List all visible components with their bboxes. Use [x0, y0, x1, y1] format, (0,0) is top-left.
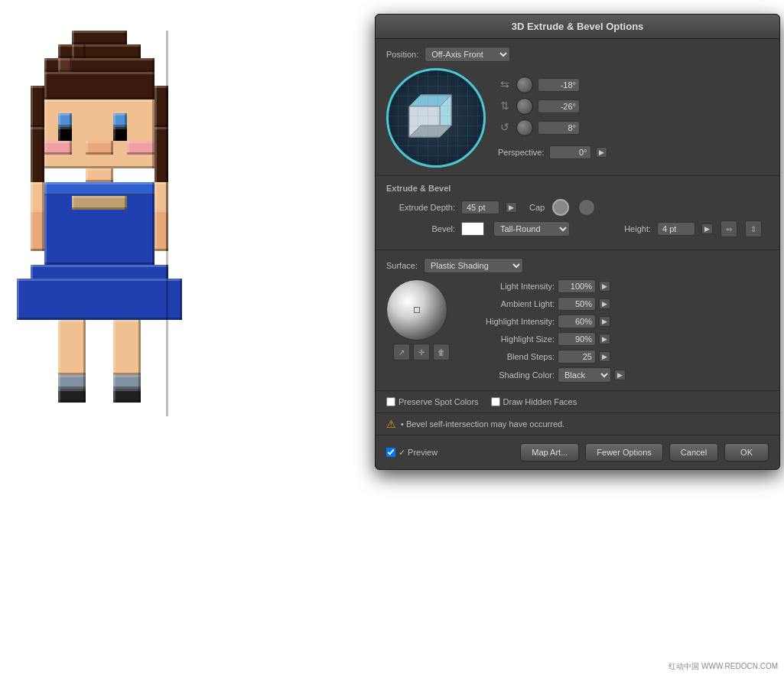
extrude-bevel-label: Extrude & Bevel	[386, 184, 769, 193]
perspective-label: Perspective:	[498, 148, 545, 157]
preserve-spot-colors-label: Preserve Spot Colors	[399, 397, 479, 406]
highlight-intensity-value[interactable]: 60%	[558, 315, 596, 328]
y-dial[interactable]	[516, 98, 533, 115]
bevel-style-select[interactable]: Tall-Round Classic Concave Convex None	[493, 221, 570, 236]
dialog-title: 3D Extrude & Bevel Options	[376, 15, 779, 39]
warning-icon: ⚠	[386, 418, 396, 430]
light-intensity-value[interactable]: 100%	[558, 279, 596, 293]
x-dial[interactable]	[516, 77, 533, 93]
blend-steps-value[interactable]: 25	[558, 350, 596, 364]
ambient-light-value[interactable]: 50%	[558, 297, 596, 311]
cap-button-off[interactable]	[578, 199, 595, 216]
cube-svg	[405, 87, 467, 148]
ambient-light-arrow[interactable]: ▶	[599, 298, 610, 309]
preserve-spot-colors-item[interactable]: Preserve Spot Colors	[386, 397, 479, 406]
preview-label: ✓ Preview	[399, 448, 438, 458]
svg-marker-3	[440, 95, 451, 137]
cube-rotation-widget[interactable]	[386, 68, 486, 168]
z-rotation-input[interactable]	[538, 121, 580, 135]
flip-btn-2[interactable]: ⇕	[745, 220, 762, 237]
svg-marker-5	[409, 126, 451, 137]
light-intensity-label: Light Intensity:	[463, 282, 555, 291]
preserve-spot-colors-checkbox[interactable]	[386, 397, 395, 406]
bevel-label: Bevel:	[386, 224, 455, 233]
extrude-depth-label: Extrude Depth:	[386, 203, 455, 212]
blend-steps-label: Blend Steps:	[463, 352, 555, 361]
rotation-inputs: ⇆ ⇅ ↺ Perspective: ▶	[498, 77, 607, 159]
preview-checkbox[interactable]	[386, 448, 395, 457]
x-rotation-input[interactable]	[538, 78, 580, 92]
draw-hidden-faces-item[interactable]: Draw Hidden Faces	[491, 397, 577, 406]
z-dial[interactable]	[516, 119, 533, 136]
shading-color-label: Shading Color:	[463, 370, 555, 380]
highlight-intensity-arrow[interactable]: ▶	[599, 316, 610, 327]
ok-button[interactable]: OK	[724, 443, 769, 461]
height-value[interactable]: 4 pt	[657, 222, 695, 236]
draw-hidden-faces-label: Draw Hidden Faces	[503, 397, 577, 406]
extrude-depth-arrow[interactable]: ▶	[506, 202, 517, 213]
highlight-size-arrow[interactable]: ▶	[599, 334, 610, 344]
sphere-light-dot[interactable]	[414, 307, 420, 313]
dialog-panel: 3D Extrude & Bevel Options Position: Off…	[375, 14, 780, 470]
draw-hidden-faces-checkbox[interactable]	[491, 397, 500, 406]
warning-text: • Bevel self-intersection may have occur…	[401, 419, 564, 429]
svg-marker-4	[409, 106, 440, 137]
surface-controls: Light Intensity: 100% ▶ Ambient Light: 5…	[463, 279, 769, 383]
sphere-widget[interactable]	[386, 279, 447, 341]
height-arrow[interactable]: ▶	[701, 223, 713, 234]
sphere-move-light-btn[interactable]: ✛	[413, 344, 430, 360]
map-art-button[interactable]: Map Art...	[520, 443, 579, 461]
warning-row: ⚠ • Bevel self-intersection may have occ…	[376, 413, 779, 435]
perspective-input[interactable]	[549, 145, 591, 159]
sphere-delete-light-btn[interactable]: 🗑	[433, 344, 450, 360]
position-section: Position: Off-Axis Front Off-Axis Back I…	[376, 39, 779, 176]
ambient-light-label: Ambient Light:	[463, 299, 555, 308]
shading-color-select[interactable]: Black White Custom	[558, 367, 611, 383]
cancel-button[interactable]: Cancel	[669, 443, 718, 461]
fewer-options-button[interactable]: Fewer Options	[585, 443, 663, 461]
flip-btn-1[interactable]: ⇔	[721, 220, 737, 237]
cap-button-on[interactable]	[552, 199, 569, 216]
checkboxes-row: Preserve Spot Colors Draw Hidden Faces	[376, 391, 779, 413]
x-rotation-icon: ⇆	[498, 78, 512, 92]
pixel-character	[8, 8, 359, 666]
cap-label: Cap	[529, 203, 545, 212]
svg-marker-1	[409, 95, 421, 137]
watermark: 红动中国 WWW.REDOCN.COM	[669, 661, 778, 672]
height-label: Height:	[582, 224, 651, 233]
bevel-color-swatch[interactable]	[461, 222, 484, 236]
bottom-bar: ✓ Preview Map Art... Fewer Options Cance…	[376, 435, 779, 469]
highlight-size-value[interactable]: 90%	[558, 332, 596, 346]
z-rotation-icon: ↺	[498, 121, 512, 135]
perspective-arrow[interactable]: ▶	[596, 147, 607, 158]
extrude-bevel-section: Extrude & Bevel Extrude Depth: 45 pt ▶ C…	[376, 176, 779, 250]
light-intensity-arrow[interactable]: ▶	[599, 281, 610, 292]
y-rotation-icon: ⇅	[498, 99, 512, 113]
surface-type-select[interactable]: Plastic Shading No Shading Diffuse Shadi…	[424, 258, 523, 273]
svg-marker-2	[409, 95, 451, 106]
preview-check[interactable]: ✓ Preview	[386, 448, 438, 458]
shading-color-arrow[interactable]: ▶	[614, 370, 626, 380]
svg-marker-0	[421, 95, 451, 126]
surface-label: Surface:	[386, 261, 418, 270]
extrude-depth-value[interactable]: 45 pt	[461, 201, 499, 214]
sphere-add-light-btn[interactable]: ↗	[393, 344, 410, 360]
position-label: Position:	[386, 50, 418, 59]
y-rotation-input[interactable]	[538, 99, 580, 113]
position-select[interactable]: Off-Axis Front Off-Axis Back Isometric T…	[425, 47, 510, 62]
highlight-intensity-label: Highlight Intensity:	[463, 317, 555, 326]
highlight-size-label: Highlight Size:	[463, 334, 555, 344]
blend-steps-arrow[interactable]: ▶	[599, 351, 610, 362]
surface-section: Surface: Plastic Shading No Shading Diff…	[376, 250, 779, 391]
